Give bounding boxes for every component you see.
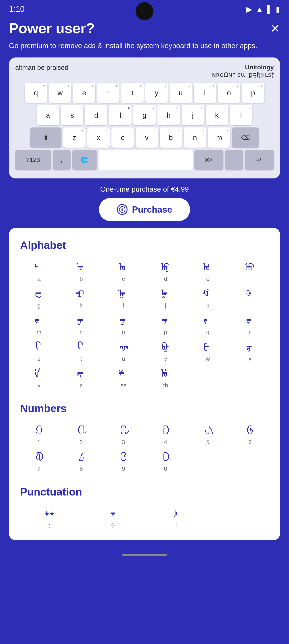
alphabet-glyph: ᡟ (118, 367, 129, 380)
key-w[interactable]: ˢw (49, 83, 71, 103)
comma-key[interactable]: , (53, 150, 71, 170)
alphabet-item-m: ᡑ m (20, 314, 58, 336)
key-m[interactable]: ˢm (208, 128, 230, 148)
key-u[interactable]: ᵘu (170, 83, 192, 103)
key-g[interactable]: ˢg (133, 105, 156, 125)
key-s[interactable]: ˢs (61, 105, 83, 125)
punct-label: ! (175, 522, 177, 529)
number-label: 4 (164, 439, 167, 446)
period-key[interactable]: . (225, 150, 243, 170)
key-a[interactable]: ˢa (37, 105, 59, 125)
key-x[interactable]: ˢx (87, 128, 110, 148)
alphabet-item-z: ᡞ z (62, 367, 100, 389)
alphabet-glyph: ᡎ (160, 287, 172, 300)
key-l[interactable]: ˢl (230, 105, 252, 125)
alphabet-item-h: ᡌ h (62, 287, 100, 309)
key-h[interactable]: ᵐh (157, 105, 180, 125)
key-b[interactable]: ˢb (160, 128, 182, 148)
key-e[interactable]: ᵘe (73, 83, 95, 103)
alphabet-label: w (206, 355, 210, 362)
number-label: 8 (79, 465, 83, 472)
key-d[interactable]: ˢd (85, 105, 107, 125)
key-c[interactable]: ˢc (111, 128, 134, 148)
number-label: 1 (37, 439, 40, 446)
alphabet-label: u (122, 355, 125, 362)
number-item-6: ᠖ 6 (231, 424, 269, 446)
key-v[interactable]: ˢv (136, 128, 158, 148)
number-item-7: ᠗ 7 (20, 450, 58, 472)
key-q[interactable]: ʷq (25, 83, 47, 103)
reference-card: Alphabet ᡃ a ᡄ b ᡆ c ᡇ d ᡈ e ᡉ f ᡋ g ᡌ h… (9, 228, 280, 540)
key-z[interactable]: ˢz (63, 128, 85, 148)
numbers-key[interactable]: ?123 (15, 150, 51, 170)
alphabet-glyph: ᡘ (75, 340, 87, 354)
key-k[interactable]: ˢk (206, 105, 228, 125)
key-t[interactable]: ˢt (121, 83, 144, 103)
key-j[interactable]: ˢj (182, 105, 204, 125)
alphabet-glyph: ᡏ (202, 287, 214, 300)
key-f[interactable]: ʰf (109, 105, 132, 125)
alphabet-label: m (37, 329, 41, 336)
battery-icon: ▮ (276, 5, 280, 14)
alphabet-label: d (164, 276, 167, 282)
numbers-title: Numbers (20, 402, 269, 414)
cross-key[interactable]: ✕th (194, 150, 223, 170)
globe-key[interactable]: 🌐 (72, 150, 97, 170)
keyboard-row-1: ʷq ˢw ᵘe ˢr ˢt ˢy ᵘu ᶜi ˢo ˢp (15, 83, 274, 103)
backspace-key[interactable]: ⌫ (232, 128, 259, 148)
punct-item-!: ᠈ ! (147, 507, 206, 529)
shift-key[interactable]: ⬆ (30, 128, 61, 148)
alphabet-glyph: ᡙ (117, 340, 129, 354)
wifi-icon: ▲ (256, 5, 263, 14)
key-y[interactable]: ˢy (145, 83, 168, 103)
alphabet-glyph: ᡒ (75, 314, 87, 327)
keyboard-preview-text: altman be praised (15, 64, 208, 71)
keyboard-brand-name: Unitology (212, 64, 274, 71)
punct-item-:: ᠃ : (20, 507, 79, 529)
alphabet-item-n: ᡒ n (62, 314, 100, 336)
key-i[interactable]: ᶜi (194, 83, 216, 103)
number-item-0: ᠐ 0 (147, 450, 185, 472)
alphabet-label: x (249, 355, 252, 362)
alphabet-label: j (165, 302, 166, 309)
alphabet-glyph: ᡃ (33, 260, 45, 274)
key-p[interactable]: ˢp (242, 83, 264, 103)
enter-key[interactable]: ↵ (245, 150, 274, 170)
number-glyph: ᠙ (118, 450, 129, 464)
status-icons: ▶ ▲ ▌ ▮ (246, 5, 280, 14)
key-o[interactable]: ˢo (218, 83, 240, 103)
number-glyph: ᠓ (118, 424, 129, 437)
alphabet-glyph: ᡕ (202, 314, 214, 327)
purchase-button[interactable]: G Purchase (99, 198, 190, 221)
purchase-icon: G (117, 204, 128, 215)
number-glyph: ᠒ (75, 424, 87, 437)
alphabet-glyph: ᡌ (75, 287, 87, 300)
alphabet-label: n (79, 329, 83, 336)
number-label: 9 (122, 465, 125, 472)
alphabet-glyph: ᡆ (118, 260, 129, 274)
alphabet-label: y (37, 382, 40, 389)
alphabet-label: k (206, 302, 209, 309)
alphabet-glyph: ᡍ (118, 287, 129, 300)
alphabet-item-p: ᡔ p (147, 314, 185, 336)
alphabet-grid: ᡃ a ᡄ b ᡆ c ᡇ d ᡈ e ᡉ f ᡋ g ᡌ h ᡍ i ᡎ j … (20, 260, 269, 389)
alphabet-item-s: ᡗ s (20, 340, 58, 362)
number-glyph: ᠗ (33, 450, 45, 464)
punct-grid: ᠃ : ᠇ ? ᠈ ! (20, 507, 269, 529)
purchase-section: One-time purchase of €4.99 G Purchase (0, 178, 289, 228)
alphabet-label: v (164, 355, 167, 362)
close-button[interactable]: ✕ (270, 22, 280, 35)
status-time: 1:10 (9, 4, 24, 14)
alphabet-label: a (37, 276, 40, 282)
key-n[interactable]: ˢn (184, 128, 206, 148)
number-item-3: ᠓ 3 (104, 424, 142, 446)
number-label: 3 (122, 439, 125, 446)
space-key[interactable] (99, 150, 193, 170)
alphabet-glyph: ᡈ (202, 260, 214, 274)
alphabet-item-y: ᡝ y (20, 367, 58, 389)
alphabet-item-g: ᡋ g (20, 287, 58, 309)
alphabet-label: p (164, 329, 167, 336)
key-r[interactable]: ˢr (97, 83, 119, 103)
alphabet-item-th: ᡠ th (147, 367, 185, 389)
alphabet-glyph: ᡇ (160, 260, 172, 274)
